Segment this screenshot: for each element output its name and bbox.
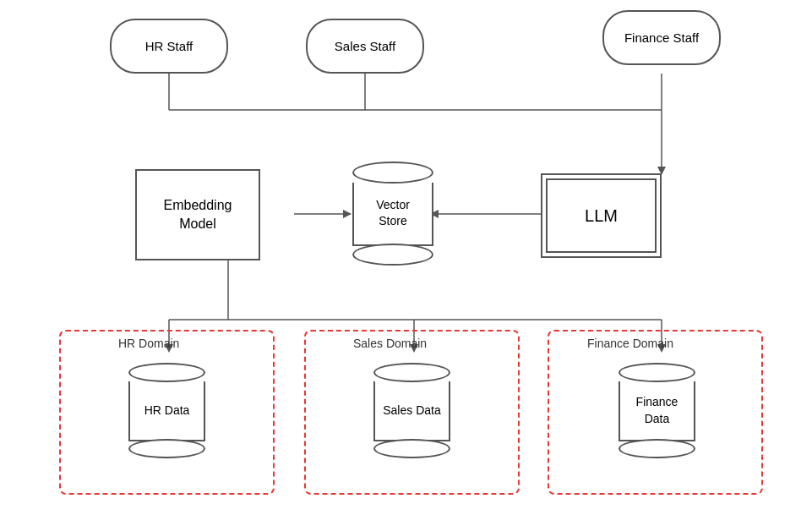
sales-staff-label: Sales Staff xyxy=(335,39,395,53)
finance-data-node: FinanceData xyxy=(617,362,697,459)
hr-domain-label: HR Domain xyxy=(118,337,179,350)
hr-staff-node: HR Staff xyxy=(110,19,228,74)
embedding-model-node: EmbeddingModel xyxy=(135,169,260,260)
hr-data-node: HR Data xyxy=(127,362,207,459)
vector-store-label: VectorStore xyxy=(376,197,410,230)
sales-data-label: Sales Data xyxy=(383,403,440,419)
finance-staff-label: Finance Staff xyxy=(624,30,699,45)
finance-data-label: FinanceData xyxy=(636,394,678,427)
vector-store-node: VectorStore xyxy=(351,161,435,266)
finance-staff-node: Finance Staff xyxy=(602,10,721,65)
llm-node: LLM xyxy=(541,173,662,258)
diagram: HR Staff Sales Staff Finance Staff Embed… xyxy=(0,0,812,526)
embedding-model-label: EmbeddingModel xyxy=(164,196,232,234)
sales-domain-label: Sales Domain xyxy=(353,337,427,350)
hr-data-label: HR Data xyxy=(144,403,190,419)
finance-domain-label: Finance Domain xyxy=(587,337,673,350)
sales-data-node: Sales Data xyxy=(372,362,452,459)
hr-staff-label: HR Staff xyxy=(145,39,193,53)
sales-staff-node: Sales Staff xyxy=(306,19,424,74)
llm-label: LLM xyxy=(585,204,618,227)
